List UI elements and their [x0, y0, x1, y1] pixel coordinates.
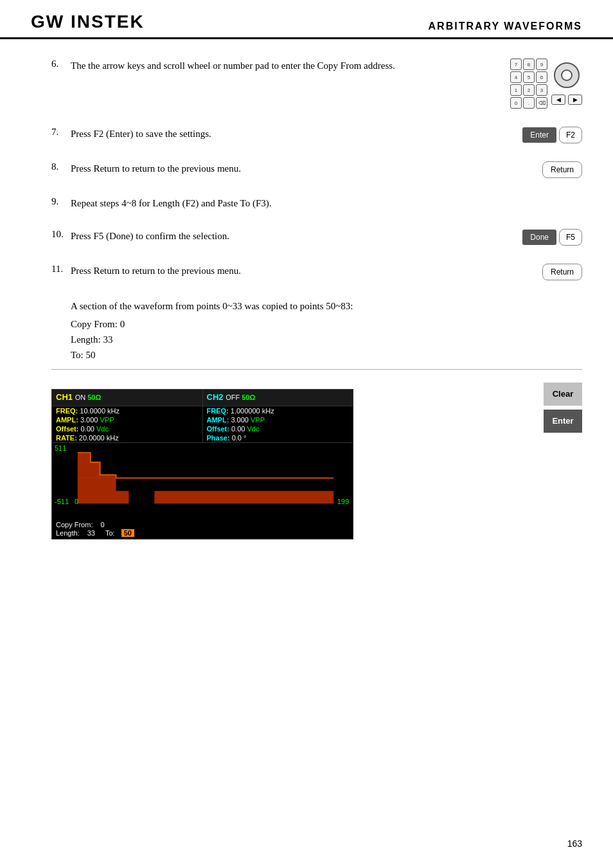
display-bottom-params: Copy From: 0 Length: 33 To: 50	[52, 520, 353, 539]
step-text-9: Repeat steps 4~8 for Length (F2) and Pas…	[71, 196, 582, 211]
instrument-display: CH1 ON 50Ω CH2 OFF 50Ω	[51, 383, 538, 539]
step-6: 6. The the arrow keys and scroll wheel o…	[51, 59, 582, 109]
numpad-key-2: 2	[523, 84, 535, 96]
scroll-wheel	[554, 62, 580, 88]
waveform-y-max: 511	[55, 444, 66, 452]
note-line-1: A section of the waveform from points 0~…	[71, 298, 582, 314]
step-text-7: Press F2 (Enter) to save the settings.	[71, 127, 510, 141]
rate-phase-row: RATE: 20.0000 kHz Phase: 0.0 °	[52, 433, 353, 442]
ch2-title: CH2 OFF 50Ω	[207, 392, 350, 402]
waveform-display: 511 -511 199 0	[52, 442, 353, 520]
step-10: 10. Press F5 (Done) to confirm the selec…	[51, 229, 582, 246]
numpad-key-5: 5	[523, 71, 535, 83]
return-button-display-11: Return	[542, 264, 582, 280]
note-line-4: To: 50	[71, 347, 582, 363]
step-number-8: 8.	[51, 161, 71, 172]
page-header: GW INSTEK ARBITRARY WAVEFORMS	[0, 0, 613, 39]
f5-key-display: F5	[559, 229, 582, 246]
display-channel-header: CH1 ON 50Ω CH2 OFF 50Ω	[52, 390, 353, 406]
numpad-key-dot: .	[523, 97, 535, 109]
step-11: 11. Press Return to return to the previo…	[51, 264, 582, 280]
waveform-x-zero: 0	[75, 498, 78, 505]
page-number: 163	[567, 838, 582, 849]
numpad-key-3: 3	[536, 84, 547, 96]
numpad-key-7: 7	[510, 59, 522, 70]
step-text-8: Press Return to return to the previous m…	[71, 161, 529, 176]
ch2-ampl: AMPL: 3.000 VPP	[203, 415, 353, 424]
note-block: A section of the waveform from points 0~…	[71, 298, 582, 363]
step-7: 7. Press F2 (Enter) to save the settings…	[51, 127, 582, 143]
step-8: 8. Press Return to return to the previou…	[51, 161, 582, 178]
step-icon-6: 7 8 9 4 5 6 1 2 3 0 . ⌫	[510, 59, 582, 109]
logo: GW INSTEK	[31, 12, 145, 32]
to-value-highlighted: 50	[121, 529, 134, 537]
step-number-7: 7.	[51, 127, 71, 138]
numpad-key-back: ⌫	[536, 97, 547, 109]
step-icon-11: Return	[542, 264, 582, 280]
step-number-10: 10.	[51, 229, 71, 240]
ch1-title: CH1 ON 50Ω	[56, 392, 199, 402]
step-icon-10: Done F5	[522, 229, 582, 246]
ch2-freq: FREQ: 1.000000 kHz	[203, 406, 353, 415]
ch1-block: CH1 ON 50Ω	[52, 390, 203, 406]
ch1-offset: Offset: 0.00 Vdc	[52, 424, 203, 433]
ch2-block: CH2 OFF 50Ω	[203, 390, 353, 406]
arrow-buttons: ◀ ▶	[551, 95, 582, 105]
f2-key-display: F2	[559, 127, 582, 143]
length-to-row: Length: 33 To: 50	[56, 529, 349, 537]
done-button-display: Done	[522, 230, 556, 245]
numpad-key-8: 8	[523, 59, 535, 70]
ch1-rate: RATE: 20.0000 kHz	[52, 433, 203, 442]
main-content: 6. The the arrow keys and scroll wheel o…	[0, 39, 613, 559]
side-buttons-panel: Clear Enter	[538, 383, 582, 539]
numpad-key-9: 9	[536, 59, 547, 70]
waveform-svg	[52, 443, 353, 520]
note-line-3: Length: 33	[71, 332, 582, 347]
scroll-wheel-inner	[561, 69, 573, 81]
numpad-grid: 7 8 9 4 5 6 1 2 3 0 . ⌫	[510, 59, 547, 109]
freq-row: FREQ: 10.0000 kHz FREQ: 1.000000 kHz	[52, 406, 353, 415]
page-title: ARBITRARY WAVEFORMS	[429, 21, 582, 32]
numpad-key-4: 4	[510, 71, 522, 83]
instrument-screen: CH1 ON 50Ω CH2 OFF 50Ω	[51, 389, 353, 539]
arrow-right-btn: ▶	[568, 95, 582, 105]
copy-from-row: Copy From: 0	[56, 521, 349, 529]
ch1-ampl: AMPL: 3.000 VPP	[52, 415, 203, 424]
numpad-key-0: 0	[510, 97, 522, 109]
step-number-11: 11.	[51, 264, 71, 275]
waveform-y-min: -511	[55, 498, 69, 505]
note-line-2: Copy From: 0	[71, 316, 582, 332]
return-button-display-8: Return	[542, 161, 582, 178]
instrument-display-wrapper: CH1 ON 50Ω CH2 OFF 50Ω	[51, 383, 582, 539]
numpad-key-6: 6	[536, 71, 547, 83]
enter-button[interactable]: Enter	[544, 410, 582, 433]
ampl-row: AMPL: 3.000 VPP AMPL: 3.000 VPP	[52, 415, 353, 424]
step-icon-7: Enter F2	[522, 127, 582, 143]
ch2-phase: Phase: 0.0 °	[203, 433, 353, 442]
arrow-left-btn: ◀	[551, 95, 565, 105]
enter-button-display: Enter	[522, 127, 556, 143]
clear-button[interactable]: Clear	[544, 383, 582, 406]
waveform-x-max: 199	[337, 498, 349, 505]
numpad-key-1: 1	[510, 84, 522, 96]
step-text-10: Press F5 (Done) to confirm the selection…	[71, 229, 510, 244]
step-number-6: 6.	[51, 59, 71, 69]
step-text-11: Press Return to return to the previous m…	[71, 264, 529, 278]
step-icon-8: Return	[542, 161, 582, 178]
ch2-offset: Offset: 0.00 Vdc	[203, 424, 353, 433]
offset-row: Offset: 0.00 Vdc Offset: 0.00 Vdc	[52, 424, 353, 433]
step-number-9: 9.	[51, 196, 71, 207]
ch1-freq: FREQ: 10.0000 kHz	[52, 406, 203, 415]
section-divider	[51, 369, 582, 370]
step-9: 9. Repeat steps 4~8 for Length (F2) and …	[51, 196, 582, 211]
step-text-6: The the arrow keys and scroll wheel or n…	[71, 59, 497, 73]
